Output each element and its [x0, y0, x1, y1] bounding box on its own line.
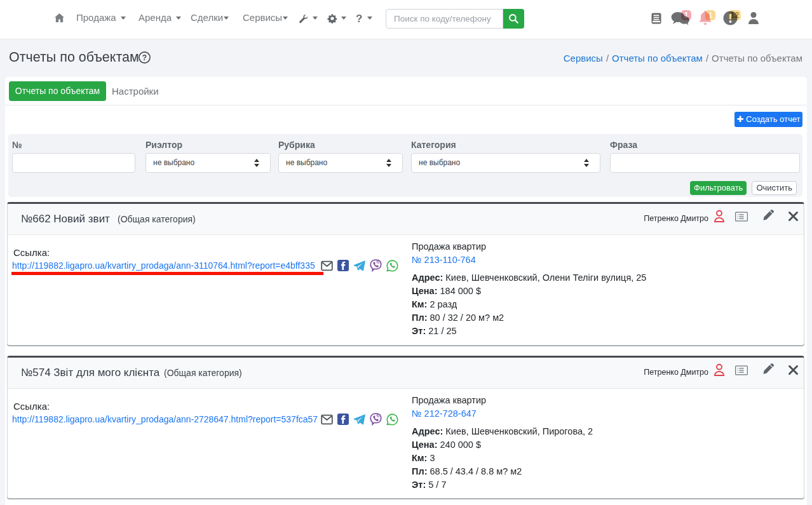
svg-text:?: ?: [142, 53, 147, 62]
